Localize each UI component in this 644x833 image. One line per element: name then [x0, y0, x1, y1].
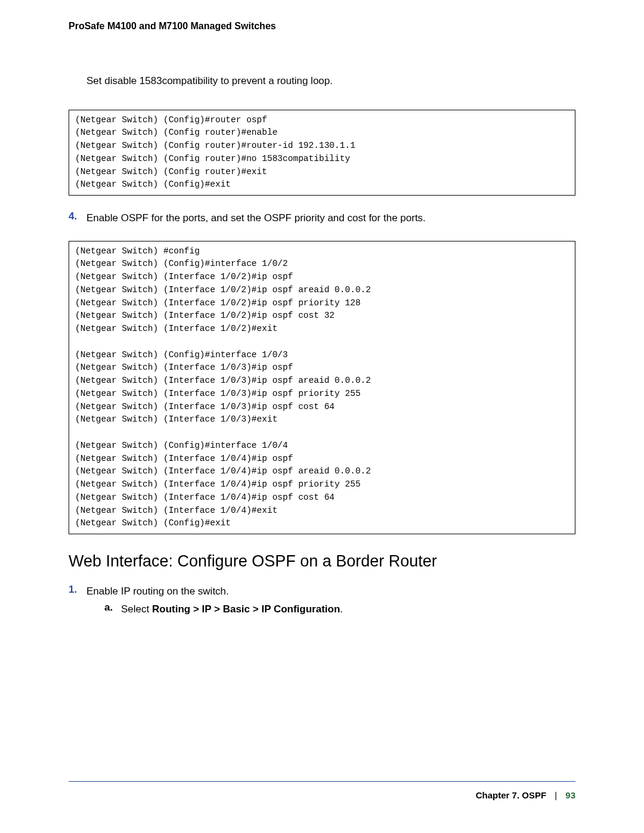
step-1: 1. Enable IP routing on the switch. a. S…: [69, 584, 575, 617]
step-4-number: 4.: [69, 210, 86, 226]
step-1a-prefix: Select: [121, 603, 152, 615]
step-1a-text: Select Routing > IP > Basic > IP Configu…: [121, 602, 343, 617]
step-1a-bold: Routing > IP > Basic > IP Configuration: [152, 603, 340, 615]
intro-text: Set disable 1583compatibility to prevent…: [86, 73, 575, 89]
page-header: ProSafe M4100 and M7100 Managed Switches: [69, 21, 575, 32]
body-indent: Set disable 1583compatibility to prevent…: [86, 73, 575, 89]
page: ProSafe M4100 and M7100 Managed Switches…: [0, 0, 644, 833]
code-block-2: (Netgear Switch) #config (Netgear Switch…: [69, 241, 575, 535]
footer: Chapter 7. OSPF | 93: [69, 781, 575, 800]
step-1a-suffix: .: [340, 603, 343, 615]
step-1a-label: a.: [104, 602, 121, 617]
section-title: Web Interface: Configure OSPF on a Borde…: [69, 552, 575, 571]
content: ProSafe M4100 and M7100 Managed Switches…: [69, 21, 575, 621]
step-4-text: Enable OSPF for the ports, and set the O…: [86, 210, 426, 226]
step-1-number: 1.: [69, 584, 86, 617]
step-1-body: Enable IP routing on the switch. a. Sele…: [86, 584, 575, 617]
footer-separator: |: [555, 790, 557, 800]
footer-page-number: 93: [565, 790, 575, 800]
footer-text: Chapter 7. OSPF | 93: [69, 790, 575, 800]
code-block-1: (Netgear Switch) (Config)#router ospf (N…: [69, 110, 575, 196]
footer-chapter: Chapter 7. OSPF: [476, 790, 546, 800]
step-1-text: Enable IP routing on the switch.: [86, 584, 575, 599]
step-1a: a. Select Routing > IP > Basic > IP Conf…: [104, 602, 575, 617]
step-4: 4. Enable OSPF for the ports, and set th…: [69, 210, 575, 226]
footer-rule: [69, 781, 575, 782]
